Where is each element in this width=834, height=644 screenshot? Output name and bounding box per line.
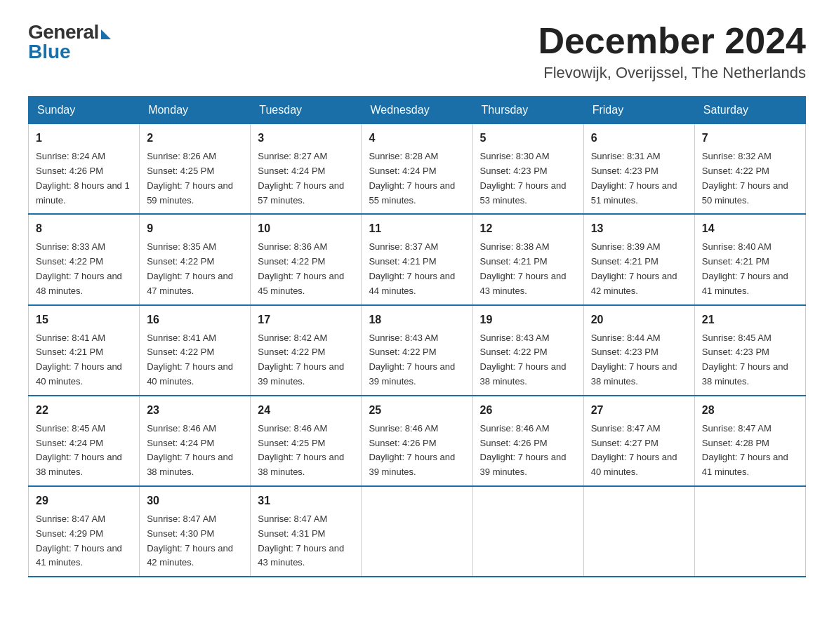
table-cell xyxy=(583,486,694,577)
table-cell: 9Sunrise: 8:35 AMSunset: 4:22 PMDaylight… xyxy=(140,214,251,304)
col-tuesday: Tuesday xyxy=(251,97,362,124)
table-cell: 26Sunrise: 8:46 AMSunset: 4:26 PMDayligh… xyxy=(472,396,583,486)
day-info: Sunrise: 8:26 AMSunset: 4:25 PMDaylight:… xyxy=(147,151,233,205)
table-cell: 20Sunrise: 8:44 AMSunset: 4:23 PMDayligh… xyxy=(583,305,694,396)
day-number: 1 xyxy=(36,130,132,147)
day-info: Sunrise: 8:47 AMSunset: 4:30 PMDaylight:… xyxy=(147,514,233,568)
day-info: Sunrise: 8:28 AMSunset: 4:24 PMDaylight:… xyxy=(369,151,455,205)
table-cell: 24Sunrise: 8:46 AMSunset: 4:25 PMDayligh… xyxy=(251,396,362,486)
day-number: 26 xyxy=(480,402,576,419)
day-info: Sunrise: 8:42 AMSunset: 4:22 PMDaylight:… xyxy=(258,333,344,387)
day-info: Sunrise: 8:47 AMSunset: 4:29 PMDaylight:… xyxy=(36,514,122,568)
table-cell: 1Sunrise: 8:24 AMSunset: 4:26 PMDaylight… xyxy=(29,124,140,215)
day-info: Sunrise: 8:46 AMSunset: 4:26 PMDaylight:… xyxy=(480,423,567,477)
month-title: December 2024 xyxy=(538,21,806,61)
col-sunday: Sunday xyxy=(29,97,140,124)
day-info: Sunrise: 8:40 AMSunset: 4:21 PMDaylight:… xyxy=(702,241,788,295)
day-number: 17 xyxy=(258,311,354,328)
table-cell: 18Sunrise: 8:43 AMSunset: 4:22 PMDayligh… xyxy=(362,305,472,396)
table-cell: 5Sunrise: 8:30 AMSunset: 4:23 PMDaylight… xyxy=(472,124,583,215)
day-number: 11 xyxy=(369,220,465,237)
day-number: 23 xyxy=(147,402,243,419)
col-monday: Monday xyxy=(140,97,251,124)
col-saturday: Saturday xyxy=(694,97,805,124)
day-number: 2 xyxy=(147,130,243,147)
day-info: Sunrise: 8:43 AMSunset: 4:22 PMDaylight:… xyxy=(480,333,567,387)
day-number: 8 xyxy=(36,220,132,237)
day-info: Sunrise: 8:47 AMSunset: 4:27 PMDaylight:… xyxy=(591,423,677,477)
calendar-table: Sunday Monday Tuesday Wednesday Thursday… xyxy=(28,96,806,577)
table-cell: 25Sunrise: 8:46 AMSunset: 4:26 PMDayligh… xyxy=(362,396,472,486)
table-cell: 30Sunrise: 8:47 AMSunset: 4:30 PMDayligh… xyxy=(140,486,251,577)
day-info: Sunrise: 8:36 AMSunset: 4:22 PMDaylight:… xyxy=(258,241,344,295)
table-cell: 21Sunrise: 8:45 AMSunset: 4:23 PMDayligh… xyxy=(694,305,805,396)
day-number: 9 xyxy=(147,220,243,237)
table-cell: 10Sunrise: 8:36 AMSunset: 4:22 PMDayligh… xyxy=(251,214,362,304)
day-info: Sunrise: 8:32 AMSunset: 4:22 PMDaylight:… xyxy=(702,151,788,205)
calendar-week-row: 29Sunrise: 8:47 AMSunset: 4:29 PMDayligh… xyxy=(29,486,806,577)
day-number: 15 xyxy=(36,311,132,328)
day-number: 16 xyxy=(147,311,243,328)
day-info: Sunrise: 8:45 AMSunset: 4:24 PMDaylight:… xyxy=(36,423,122,477)
day-number: 18 xyxy=(369,311,465,328)
calendar-header: Sunday Monday Tuesday Wednesday Thursday… xyxy=(29,97,806,124)
col-thursday: Thursday xyxy=(472,97,583,124)
day-number: 14 xyxy=(702,220,798,237)
table-cell: 22Sunrise: 8:45 AMSunset: 4:24 PMDayligh… xyxy=(29,396,140,486)
table-cell: 7Sunrise: 8:32 AMSunset: 4:22 PMDaylight… xyxy=(694,124,805,215)
day-info: Sunrise: 8:46 AMSunset: 4:25 PMDaylight:… xyxy=(258,423,344,477)
day-info: Sunrise: 8:44 AMSunset: 4:23 PMDaylight:… xyxy=(591,333,677,387)
day-info: Sunrise: 8:41 AMSunset: 4:21 PMDaylight:… xyxy=(36,333,122,387)
day-info: Sunrise: 8:45 AMSunset: 4:23 PMDaylight:… xyxy=(702,333,788,387)
day-info: Sunrise: 8:24 AMSunset: 4:26 PMDaylight:… xyxy=(36,151,130,205)
table-cell: 14Sunrise: 8:40 AMSunset: 4:21 PMDayligh… xyxy=(694,214,805,304)
day-info: Sunrise: 8:35 AMSunset: 4:22 PMDaylight:… xyxy=(147,241,233,295)
day-number: 21 xyxy=(702,311,798,328)
table-cell: 8Sunrise: 8:33 AMSunset: 4:22 PMDaylight… xyxy=(29,214,140,304)
table-cell: 23Sunrise: 8:46 AMSunset: 4:24 PMDayligh… xyxy=(140,396,251,486)
day-number: 31 xyxy=(258,492,354,509)
day-info: Sunrise: 8:47 AMSunset: 4:28 PMDaylight:… xyxy=(702,423,788,477)
table-cell: 2Sunrise: 8:26 AMSunset: 4:25 PMDaylight… xyxy=(140,124,251,215)
day-info: Sunrise: 8:47 AMSunset: 4:31 PMDaylight:… xyxy=(258,514,344,568)
day-info: Sunrise: 8:37 AMSunset: 4:21 PMDaylight:… xyxy=(369,241,455,295)
day-info: Sunrise: 8:31 AMSunset: 4:23 PMDaylight:… xyxy=(591,151,677,205)
col-wednesday: Wednesday xyxy=(362,97,472,124)
day-number: 24 xyxy=(258,402,354,419)
day-info: Sunrise: 8:38 AMSunset: 4:21 PMDaylight:… xyxy=(480,241,567,295)
day-number: 7 xyxy=(702,130,798,147)
day-number: 29 xyxy=(36,492,132,509)
table-cell xyxy=(472,486,583,577)
day-number: 6 xyxy=(591,130,687,147)
table-cell: 3Sunrise: 8:27 AMSunset: 4:24 PMDaylight… xyxy=(251,124,362,215)
logo-blue-text: Blue xyxy=(28,41,71,63)
table-cell: 6Sunrise: 8:31 AMSunset: 4:23 PMDaylight… xyxy=(583,124,694,215)
table-cell: 28Sunrise: 8:47 AMSunset: 4:28 PMDayligh… xyxy=(694,396,805,486)
table-cell: 31Sunrise: 8:47 AMSunset: 4:31 PMDayligh… xyxy=(251,486,362,577)
calendar-week-row: 15Sunrise: 8:41 AMSunset: 4:21 PMDayligh… xyxy=(29,305,806,396)
logo: General Blue xyxy=(28,21,111,63)
table-cell: 16Sunrise: 8:41 AMSunset: 4:22 PMDayligh… xyxy=(140,305,251,396)
day-number: 28 xyxy=(702,402,798,419)
day-number: 25 xyxy=(369,402,465,419)
table-cell: 17Sunrise: 8:42 AMSunset: 4:22 PMDayligh… xyxy=(251,305,362,396)
day-number: 5 xyxy=(480,130,576,147)
table-cell: 12Sunrise: 8:38 AMSunset: 4:21 PMDayligh… xyxy=(472,214,583,304)
day-number: 12 xyxy=(480,220,576,237)
day-number: 4 xyxy=(369,130,465,147)
logo-arrow-icon xyxy=(101,29,111,39)
table-cell: 15Sunrise: 8:41 AMSunset: 4:21 PMDayligh… xyxy=(29,305,140,396)
day-number: 20 xyxy=(591,311,687,328)
day-info: Sunrise: 8:46 AMSunset: 4:26 PMDaylight:… xyxy=(369,423,455,477)
day-info: Sunrise: 8:30 AMSunset: 4:23 PMDaylight:… xyxy=(480,151,567,205)
day-number: 10 xyxy=(258,220,354,237)
day-info: Sunrise: 8:41 AMSunset: 4:22 PMDaylight:… xyxy=(147,333,233,387)
day-number: 22 xyxy=(36,402,132,419)
table-cell: 29Sunrise: 8:47 AMSunset: 4:29 PMDayligh… xyxy=(29,486,140,577)
day-number: 3 xyxy=(258,130,354,147)
calendar-week-row: 1Sunrise: 8:24 AMSunset: 4:26 PMDaylight… xyxy=(29,124,806,215)
day-info: Sunrise: 8:46 AMSunset: 4:24 PMDaylight:… xyxy=(147,423,233,477)
calendar-body: 1Sunrise: 8:24 AMSunset: 4:26 PMDaylight… xyxy=(29,124,806,577)
day-info: Sunrise: 8:43 AMSunset: 4:22 PMDaylight:… xyxy=(369,333,455,387)
table-cell: 11Sunrise: 8:37 AMSunset: 4:21 PMDayligh… xyxy=(362,214,472,304)
